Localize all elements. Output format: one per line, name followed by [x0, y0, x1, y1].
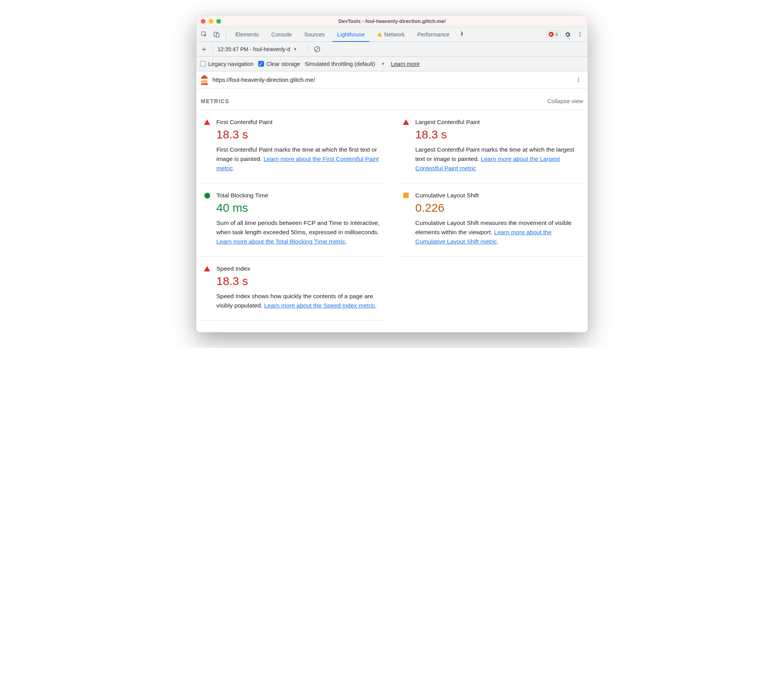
legacy-navigation-option[interactable]: Legacy navigation: [200, 61, 254, 67]
devtools-window: DevTools - foul-heavenly-direction.glitc…: [196, 16, 588, 332]
dropdown-caret-icon: ▼: [294, 47, 297, 51]
error-count: 4: [555, 31, 558, 37]
metric-learn-more-link[interactable]: Learn more about the Largest Contentful …: [415, 155, 560, 171]
metric-description: First Contentful Paint marks the time at…: [216, 145, 382, 173]
error-circle-icon: ✕: [549, 32, 554, 37]
checkbox-icon: [200, 61, 206, 67]
tab-network[interactable]: Network: [372, 27, 410, 42]
metric-learn-more-link[interactable]: Learn more about the First Contentful Pa…: [216, 155, 379, 171]
fail-triangle-icon: [204, 266, 210, 271]
inspect-element-icon[interactable]: [199, 29, 209, 40]
metric-value: 40 ms: [216, 201, 382, 214]
clear-report-icon[interactable]: [312, 44, 323, 55]
metric-card: First Contentful Paint 18.3 s First Cont…: [200, 110, 385, 183]
lighthouse-toolbar: ＋ 12:35:47 PM - foul-heavenly-d ▼: [196, 42, 588, 57]
device-toolbar-icon[interactable]: [211, 29, 222, 40]
metric-body: Largest Contentful Paint 18.3 s Largest …: [415, 119, 581, 173]
metric-card: Cumulative Layout Shift 0.226 Cumulative…: [399, 183, 584, 257]
metric-name: Cumulative Layout Shift: [415, 192, 581, 199]
metric-description: Sum of all time periods between FCP and …: [216, 218, 382, 246]
lighthouse-report: METRICS Collapse view First Contentful P…: [196, 88, 588, 332]
tab-console[interactable]: Console: [266, 27, 297, 42]
metrics-grid: First Contentful Paint 18.3 s First Cont…: [200, 110, 584, 321]
settings-gear-icon[interactable]: [562, 29, 573, 40]
divider: [226, 31, 226, 38]
lighthouse-logo-icon: [200, 75, 209, 85]
metric-value: 18.3 s: [415, 128, 581, 141]
throttling-selector[interactable]: Simulated throttling (default): [305, 61, 375, 67]
metric-card: Total Blocking Time 40 ms Sum of all tim…: [200, 183, 385, 257]
svg-point-5: [580, 36, 581, 37]
metric-status: [203, 265, 211, 310]
tab-performance[interactable]: Performance: [412, 27, 455, 42]
kebab-menu-icon[interactable]: [575, 29, 585, 40]
metric-description: Speed Index shows how quickly the conten…: [216, 292, 382, 310]
metric-learn-more-link[interactable]: Learn more about the Total Blocking Time…: [216, 238, 345, 245]
lighthouse-options: Legacy navigation ✓ Clear storage Simula…: [196, 57, 588, 71]
metric-body: First Contentful Paint 18.3 s First Cont…: [216, 119, 382, 173]
svg-rect-9: [202, 79, 207, 80]
metric-learn-more-link[interactable]: Learn more about the Speed Index metric: [264, 302, 375, 309]
report-url: https://foul-heavenly-direction.glitch.m…: [212, 76, 315, 83]
metric-learn-more-link[interactable]: Learn more about the Cumulative Layout S…: [415, 229, 552, 245]
metric-body: Total Blocking Time 40 ms Sum of all tim…: [216, 192, 382, 246]
svg-marker-8: [201, 75, 207, 79]
more-tabs-icon[interactable]: [456, 29, 467, 40]
report-menu-icon[interactable]: [573, 74, 584, 85]
metrics-section-header: METRICS Collapse view: [200, 95, 584, 110]
fail-triangle-icon: [403, 119, 409, 125]
svg-point-14: [578, 79, 579, 80]
dropdown-caret-icon: ▼: [381, 62, 385, 66]
titlebar: DevTools - foul-heavenly-direction.glitc…: [196, 16, 588, 27]
tab-sources[interactable]: Sources: [299, 27, 330, 42]
warning-icon: [377, 32, 382, 36]
pass-circle-icon: [204, 193, 210, 199]
maximize-window-button[interactable]: [216, 19, 221, 24]
metric-description: Cumulative Layout Shift measures the mov…: [415, 218, 581, 246]
svg-line-7: [316, 47, 319, 51]
report-url-row: https://foul-heavenly-direction.glitch.m…: [196, 71, 588, 88]
devtools-tabstrip: Elements Console Sources Lighthouse Netw…: [196, 27, 588, 42]
svg-point-15: [578, 81, 579, 82]
metric-status: [402, 119, 410, 173]
window-title: DevTools - foul-heavenly-direction.glitc…: [196, 18, 588, 24]
metric-name: Total Blocking Time: [216, 192, 382, 199]
report-timestamp: 12:35:47 PM - foul-heavenly-d: [218, 46, 290, 52]
metric-value: 18.3 s: [216, 275, 382, 288]
checkbox-checked-icon: ✓: [258, 61, 264, 67]
metric-card: Speed Index 18.3 s Speed Index shows how…: [200, 257, 385, 321]
learn-more-link[interactable]: Learn more: [391, 61, 420, 67]
tab-elements[interactable]: Elements: [230, 27, 264, 42]
svg-point-13: [578, 78, 579, 79]
collapse-view-button[interactable]: Collapse view: [547, 98, 583, 104]
metric-body: Cumulative Layout Shift 0.226 Cumulative…: [415, 192, 581, 246]
metric-value: 18.3 s: [216, 128, 382, 141]
svg-rect-2: [216, 33, 219, 37]
metric-name: First Contentful Paint: [216, 119, 382, 126]
svg-point-3: [580, 32, 581, 33]
svg-point-4: [580, 34, 581, 35]
average-square-icon: [403, 193, 409, 198]
clear-storage-option[interactable]: ✓ Clear storage: [258, 61, 300, 67]
metric-name: Largest Contentful Paint: [415, 119, 581, 126]
section-title: METRICS: [201, 98, 230, 104]
metric-card: Largest Contentful Paint 18.3 s Largest …: [399, 110, 584, 183]
metric-status: [203, 119, 211, 173]
metric-body: Speed Index 18.3 s Speed Index shows how…: [216, 265, 382, 310]
minimize-window-button[interactable]: [209, 19, 213, 24]
metric-status: [402, 192, 410, 246]
fail-triangle-icon: [204, 119, 210, 125]
report-selector[interactable]: 12:35:47 PM - foul-heavenly-d ▼: [216, 46, 305, 52]
metric-value: 0.226: [415, 201, 581, 214]
tab-lighthouse[interactable]: Lighthouse: [332, 27, 370, 42]
metric-status: [203, 192, 211, 246]
metric-description: Largest Contentful Paint marks the time …: [415, 145, 581, 173]
console-errors-button[interactable]: ✕ 4: [546, 31, 561, 38]
window-controls: [196, 19, 221, 24]
empty-cell: [399, 257, 584, 321]
metric-name: Speed Index: [216, 265, 382, 272]
close-window-button[interactable]: [201, 19, 205, 24]
new-report-button[interactable]: ＋: [199, 44, 209, 55]
